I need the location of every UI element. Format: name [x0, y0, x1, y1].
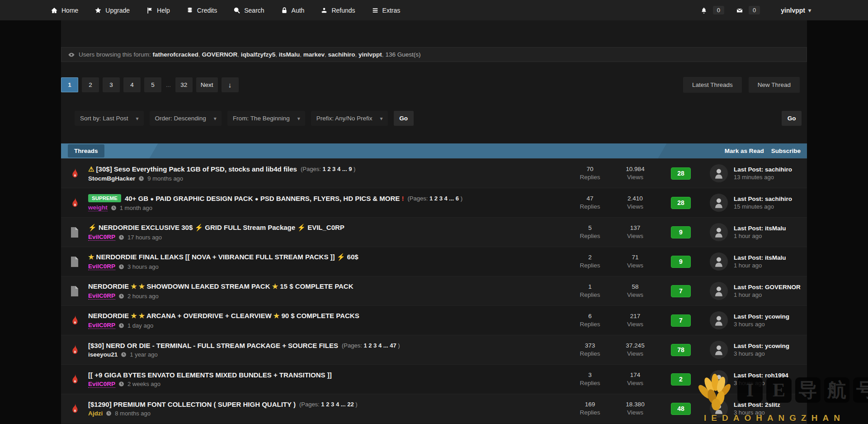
page-button-2[interactable]: 2: [82, 77, 99, 92]
thread-author-link[interactable]: EvilC0RP: [88, 263, 115, 270]
nav-item-help[interactable]: Help: [146, 7, 170, 14]
rating-badge: 28: [671, 167, 691, 180]
last-poster-avatar[interactable]: [710, 223, 728, 241]
thread-title-link[interactable]: NERDORDIE ★ ★ SHOWDOWN LEAKED STREAM PAC…: [88, 282, 354, 291]
replies-count: 6: [567, 312, 613, 320]
browsing-user[interactable]: iqbalfzyfzy5: [241, 51, 276, 58]
thread-author-link[interactable]: EvilC0RP: [88, 292, 115, 300]
nav-item-home[interactable]: Home: [51, 7, 78, 14]
page-button-3[interactable]: 3: [103, 77, 120, 92]
tab-threads[interactable]: Threads: [68, 144, 104, 157]
hot-thread-icon: [70, 197, 80, 209]
last-post-user-link[interactable]: sachihiro: [765, 166, 792, 173]
thread-title-link[interactable]: [$30] NERD OR DIE - TERMINAL - FULL STRE…: [88, 342, 338, 349]
bell-icon[interactable]: [700, 7, 708, 14]
browsing-user[interactable]: fatherofcracked: [153, 51, 198, 58]
browsing-user[interactable]: GOVERNOR: [202, 51, 237, 58]
from-select[interactable]: From: The Beginning ▾: [227, 111, 305, 126]
threads-header: Threads Mark as Read Subscribe: [61, 143, 807, 158]
messages-icon[interactable]: [736, 7, 743, 14]
thread-pages[interactable]: (Pages: 1 2 3 4 ... 22 ): [299, 401, 358, 408]
page-button-last[interactable]: 32: [175, 77, 193, 92]
nav-item-credits[interactable]: Credits: [186, 7, 217, 14]
refund-hand-icon: [321, 7, 328, 14]
replies-label: Replies: [567, 320, 613, 329]
nav-item-search[interactable]: Search: [233, 7, 264, 14]
user-menu[interactable]: yinlvppt ▾: [781, 7, 811, 14]
new-thread-button[interactable]: New Thread: [749, 77, 800, 93]
replies-label: Replies: [567, 173, 613, 181]
last-post-user-link[interactable]: sachihiro: [765, 195, 792, 202]
last-poster-avatar[interactable]: [710, 341, 728, 359]
nav-item-upgrade[interactable]: Upgrade: [94, 7, 130, 14]
notifications-count[interactable]: 0: [713, 6, 724, 14]
last-post-time: 15 minutes ago: [734, 203, 807, 210]
order-select[interactable]: Order: Descending ▾: [150, 111, 222, 126]
browsing-user[interactable]: sachihiro: [328, 51, 355, 58]
chevron-down-icon: ▾: [808, 7, 811, 14]
mark-as-read-link[interactable]: Mark as Read: [725, 148, 764, 154]
thread-title-link[interactable]: [$1290] PREMIUM FONT COLLECTION ( SUPER …: [88, 400, 296, 408]
last-poster-avatar[interactable]: [710, 311, 728, 329]
page-button-5[interactable]: 5: [144, 77, 161, 92]
last-post-user-link[interactable]: itsMalu: [765, 225, 786, 232]
nav-item-extras[interactable]: Extras: [372, 7, 401, 14]
thread-title-link[interactable]: ★ NERDORDIE FINAL LEAKS [[ NOVA + VIBRAN…: [88, 253, 359, 261]
thread-author-link[interactable]: EvilC0RP: [88, 233, 115, 241]
filters-go-button[interactable]: Go: [394, 111, 414, 126]
last-poster-avatar[interactable]: [710, 282, 728, 300]
last-post-user-link[interactable]: itsMalu: [765, 254, 786, 261]
replies-count: 3: [567, 371, 613, 379]
thread-author-link[interactable]: EvilC0RP: [88, 381, 115, 388]
thread-title-link[interactable]: ⚠ [30$] Seso Everything Pack 1GB of PSD,…: [88, 165, 297, 173]
views-label: Views: [613, 350, 658, 358]
clock-icon: [118, 323, 124, 329]
page-button-1[interactable]: 1: [61, 77, 78, 92]
subscribe-link[interactable]: Subscribe: [771, 148, 801, 154]
thread-pages[interactable]: (Pages: 1 2 3 4 ... 47 ): [342, 342, 400, 349]
last-post-user-link[interactable]: GOVERNOR: [765, 284, 801, 291]
thread-date: 2 weeks ago: [127, 381, 160, 387]
thread-author-link[interactable]: weight: [88, 204, 108, 211]
forum-search-input[interactable]: [690, 111, 776, 126]
last-poster-avatar[interactable]: [710, 194, 728, 212]
nav-item-refunds[interactable]: Refunds: [321, 7, 355, 14]
jump-to-bottom-button[interactable]: ↓: [222, 77, 239, 92]
last-post-user-link[interactable]: ycowing: [765, 313, 789, 320]
thread-title-link[interactable]: ⚡ NERDORDIE EXCLUSIVE 30$ ⚡ GRID FULL St…: [88, 224, 344, 232]
next-page-button[interactable]: Next: [196, 77, 218, 92]
last-post-user-link[interactable]: 2slitz: [765, 401, 780, 408]
last-post-label: Last Post:: [734, 254, 763, 261]
prefix-select[interactable]: Prefix: Any/No Prefix ▾: [311, 111, 388, 126]
browsing-user[interactable]: markev: [303, 51, 325, 58]
thread-author-link[interactable]: iseeyou21: [88, 351, 118, 358]
replies-count: 373: [567, 342, 613, 350]
threads-table: ⚠ [30$] Seso Everything Pack 1GB of PSD,…: [61, 158, 807, 423]
thread-title-link[interactable]: 40+ GB ● PAID GRAPHIC DESIGN PACK ● PSD …: [125, 195, 404, 202]
nav-item-auth[interactable]: Auth: [281, 7, 305, 14]
sort-by-select[interactable]: Sort by: Last Post ▾: [75, 111, 144, 126]
thread-pages[interactable]: (Pages: 1 2 3 4 ... 6 ): [408, 195, 462, 202]
thread-title-link[interactable]: NERDORDIE ★ ★ ARCANA + OVERDRIVE + CLEAR…: [88, 312, 359, 320]
last-post-user-link[interactable]: roh1994: [765, 372, 788, 379]
last-poster-avatar[interactable]: [710, 400, 728, 418]
thread-pages[interactable]: (Pages: 1 2 3 4 ... 9 ): [301, 166, 355, 172]
last-poster-avatar[interactable]: [710, 164, 728, 182]
latest-threads-button[interactable]: Latest Threads: [683, 77, 742, 93]
thread-author-link[interactable]: EvilC0RP: [88, 322, 115, 329]
browsing-user[interactable]: itsMalu: [279, 51, 300, 58]
flag-icon: [146, 7, 153, 14]
last-post-user-link[interactable]: ycowing: [765, 343, 789, 349]
browsing-user[interactable]: yinlvppt: [359, 51, 382, 58]
table-row: NERDORDIE ★ ★ SHOWDOWN LEAKED STREAM PAC…: [61, 276, 807, 305]
last-poster-avatar[interactable]: [710, 252, 728, 271]
thread-title-link[interactable]: [[ +9 GIGA BYTES ENVATO ELEMENTS MIXED B…: [88, 371, 332, 379]
thread-author-link[interactable]: Ajdzi: [88, 410, 103, 417]
thread-author-link[interactable]: StocmBgHacker: [88, 175, 135, 182]
table-row: [$1290] PREMIUM FONT COLLECTION ( SUPER …: [61, 394, 807, 423]
last-poster-avatar[interactable]: [710, 370, 728, 388]
replies-count: 5: [567, 224, 613, 232]
page-button-4[interactable]: 4: [123, 77, 141, 92]
messages-count[interactable]: 0: [749, 6, 760, 14]
search-go-button[interactable]: Go: [782, 111, 802, 126]
